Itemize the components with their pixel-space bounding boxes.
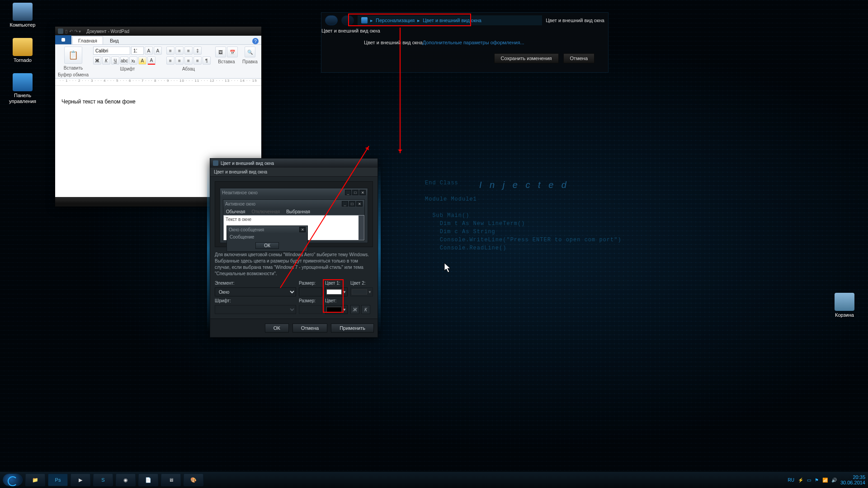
font-size-label: Размер: xyxy=(299,298,322,303)
align-justify-button[interactable]: ≡ xyxy=(193,56,202,65)
recycle-icon xyxy=(835,293,854,311)
font-label: Шрифт: xyxy=(215,298,296,303)
dialog-title: Цвет и внешний вид окна xyxy=(221,161,274,166)
desktop-icon-label: Компьютер xyxy=(5,22,40,28)
crumb-color[interactable]: Цвет и внешний вид окна xyxy=(364,40,423,45)
preview-pane: Неактивное окно _□✕ Активное окно _□✕ Об… xyxy=(215,181,373,247)
close-icon: ✕ xyxy=(299,227,306,232)
ribbon-tabs: Главная Вид ? xyxy=(55,36,261,45)
tray-action-icon[interactable]: ▭ xyxy=(807,478,811,483)
task-wordpad[interactable]: 📄 xyxy=(138,474,158,486)
apply-button[interactable]: Применить xyxy=(331,324,374,333)
tray-flag-icon[interactable]: ⚑ xyxy=(815,478,819,483)
document-text: Черный текст на белом фоне xyxy=(61,99,255,105)
indent-increase-button[interactable]: ≡ xyxy=(175,47,184,55)
preview-active-window: Активное окно _□✕ Обычная Отключенная Вы… xyxy=(223,199,365,241)
cursor-icon xyxy=(444,263,453,273)
desktop-icon-folder[interactable]: Tornado xyxy=(5,38,40,63)
task-chrome[interactable]: ◉ xyxy=(116,474,136,486)
paragraph-dialog-button[interactable]: ¶ xyxy=(203,56,211,65)
font-size-select[interactable] xyxy=(131,47,144,55)
dialog-titlebar[interactable]: Цвет и внешний вид окна xyxy=(210,159,377,168)
ok-button[interactable]: ОК xyxy=(265,324,289,333)
tray-volume-icon[interactable]: 🔊 xyxy=(831,478,837,483)
personalization-window[interactable]: ▸ Персонализация ▸ Цвет и внешний вид ок… xyxy=(321,12,609,73)
tray-network-icon[interactable]: 📶 xyxy=(822,478,828,483)
size-spinner[interactable] xyxy=(299,287,322,296)
ruler: · · 1 · · · 2 · · · 3 · · · 4 · · · 5 · … xyxy=(55,79,261,86)
preview-textbox: Текст в окне Окно сообщения✕ Сообщение О… xyxy=(223,215,364,240)
align-right-button[interactable]: ≡ xyxy=(184,56,193,65)
nav-forward-button[interactable] xyxy=(341,15,354,25)
wordpad-icon xyxy=(58,28,63,34)
insert-object-button[interactable]: 📅 xyxy=(227,47,238,57)
element-select[interactable]: Окно xyxy=(215,287,296,296)
task-explorer[interactable]: 📁 xyxy=(25,474,45,486)
breadcrumb[interactable]: ▸ Персонализация ▸ Цвет и внешний вид ок… xyxy=(358,15,542,25)
nav-back-button[interactable] xyxy=(325,15,338,25)
task-appearance[interactable]: 🎨 xyxy=(184,474,203,486)
maximize-icon: □ xyxy=(349,201,355,206)
crumb-personalization[interactable]: Персонализация xyxy=(376,18,415,23)
subscript-button[interactable]: x₂ xyxy=(129,56,137,65)
font-name-select[interactable] xyxy=(93,47,130,55)
grow-font-button[interactable]: A xyxy=(145,47,153,55)
start-button[interactable] xyxy=(3,474,23,486)
appearance-dialog[interactable]: Цвет и внешний вид окна Цвет и внешний в… xyxy=(210,158,378,338)
font-size-spinner xyxy=(299,305,322,314)
color1-picker[interactable]: ▼ xyxy=(325,287,348,296)
help-icon[interactable]: ? xyxy=(252,38,259,44)
bold-button[interactable]: Ж xyxy=(93,56,101,65)
clock[interactable]: 20:35 30.06.2014 xyxy=(840,474,865,485)
save-button[interactable]: Сохранить изменения xyxy=(494,53,559,63)
line-spacing-button[interactable]: ‡ xyxy=(193,47,202,55)
task-personalization[interactable]: 🖥 xyxy=(161,474,181,486)
strike-button[interactable]: abc xyxy=(120,56,128,65)
decorative-code: End Class Module Module1 Sub Main() Dim … xyxy=(425,179,622,252)
bullets-button[interactable]: ≡ xyxy=(184,47,193,55)
taskbar[interactable]: 📁 Ps ▶ S ◉ 📄 🖥 🎨 RU ⚡ ▭ ⚑ 📶 🔊 20:35 30.0… xyxy=(0,472,868,488)
crumb-color[interactable]: Цвет и внешний вид окна xyxy=(546,18,604,23)
advanced-appearance-link[interactable]: Дополнительные параметры оформления... xyxy=(423,40,524,45)
desktop-icon-label: Tornado xyxy=(5,57,40,63)
dialog-tab[interactable]: Цвет и внешний вид окна xyxy=(210,168,377,177)
align-left-button[interactable]: ≡ xyxy=(166,56,175,65)
shrink-font-button[interactable]: A xyxy=(154,47,162,55)
cancel-button[interactable]: Отмена xyxy=(563,53,594,63)
desktop-icon-label: Корзина xyxy=(827,312,862,318)
tab-view[interactable]: Вид xyxy=(104,36,125,44)
font-group-label: Шрифт xyxy=(120,66,135,71)
tray-power-icon[interactable]: ⚡ xyxy=(798,478,803,483)
element-label: Элемент: xyxy=(215,281,296,286)
find-button[interactable]: 🔍 xyxy=(245,47,255,57)
wordpad-titlebar[interactable]: ▯ ↶ ↷ ▾ Документ - WordPad xyxy=(55,27,261,36)
task-photoshop[interactable]: Ps xyxy=(48,474,68,486)
size-label: Размер: xyxy=(299,281,322,286)
indent-decrease-button[interactable]: ≡ xyxy=(166,47,175,55)
preview-messagebox: Окно сообщения✕ Сообщение ОК xyxy=(226,225,308,252)
file-tab[interactable] xyxy=(55,35,71,44)
paste-button[interactable]: 📋 xyxy=(64,47,82,64)
ribbon: 📋 Вставить Буфер обмена A A Ж К Ч abc x₂… xyxy=(55,45,261,79)
cancel-button[interactable]: Отмена xyxy=(292,324,327,333)
task-skype[interactable]: S xyxy=(93,474,113,486)
font-color-picker[interactable]: ▼ xyxy=(325,305,348,314)
preview-inactive-window: Неактивное окно _□✕ Активное окно _□✕ Об… xyxy=(220,188,368,243)
highlight-button[interactable]: A xyxy=(138,56,146,65)
insert-picture-button[interactable]: 🖼 xyxy=(215,47,226,57)
tab-home[interactable]: Главная xyxy=(72,36,103,44)
dialog-note: Для включения цветовой схемы "Windows Ae… xyxy=(215,252,373,277)
underline-button[interactable]: Ч xyxy=(111,56,119,65)
system-tray[interactable]: RU ⚡ ▭ ⚑ 📶 🔊 20:35 30.06.2014 xyxy=(788,474,865,485)
dialog-icon xyxy=(213,160,218,166)
language-indicator[interactable]: RU xyxy=(788,478,794,483)
desktop-icon-recycle[interactable]: Корзина xyxy=(827,293,862,318)
italic-button[interactable]: К xyxy=(102,56,110,65)
desktop-icon-control-panel[interactable]: Панель управления xyxy=(5,73,40,104)
font-color-button[interactable]: A xyxy=(147,56,156,65)
crumb-color[interactable]: Цвет и внешний вид окна xyxy=(321,28,380,33)
crumb-color[interactable]: Цвет и внешний вид окна xyxy=(423,18,481,23)
task-media[interactable]: ▶ xyxy=(71,474,90,486)
align-center-button[interactable]: ≡ xyxy=(175,56,184,65)
desktop-icon-computer[interactable]: Компьютер xyxy=(5,3,40,28)
